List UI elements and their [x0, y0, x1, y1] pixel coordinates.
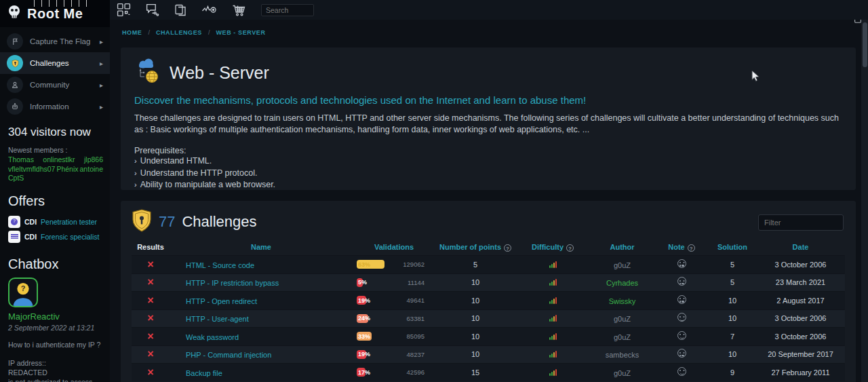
prerequisite-item: ›Understand the HTTP protocol.: [134, 168, 842, 180]
author-link[interactable]: Cyrhades: [606, 279, 638, 287]
validation-count: 11144: [408, 279, 425, 286]
col-note[interactable]: Note?: [654, 243, 709, 252]
offer-contract-type: CDI: [24, 218, 37, 226]
challenges-title: Challenges: [182, 213, 256, 231]
chat-username-link[interactable]: MajorReactiv: [0, 307, 110, 322]
col-validations[interactable]: Validations: [353, 243, 435, 251]
avatar[interactable]: ?: [8, 278, 38, 307]
sidebar-item-information[interactable]: Information ▸: [0, 96, 110, 117]
solution-count: 7: [709, 332, 756, 341]
points-value: 10: [435, 278, 515, 286]
sidebar-item-capture-the-flag[interactable]: Capture The Flag ▸: [0, 31, 110, 52]
solution-count: 5: [709, 278, 756, 286]
logo-strings-decoration: [27, 0, 90, 7]
forum-chat-icon[interactable]: [145, 3, 159, 17]
difficulty-icon: [549, 333, 557, 340]
author-link[interactable]: Swissky: [609, 297, 636, 305]
category-intro-panel: Web - Server Discover the mechanisms, pr…: [121, 47, 856, 190]
col-date[interactable]: Date: [756, 243, 845, 251]
challenge-link[interactable]: HTTP - User-agent: [186, 315, 249, 323]
challenge-link[interactable]: PHP - Command injection: [186, 351, 271, 359]
documents-icon[interactable]: [174, 3, 187, 17]
search-input[interactable]: [261, 4, 314, 16]
chat-message: IP address:: REDACTED is not authorized …: [0, 358, 110, 382]
col-solution[interactable]: Solution: [709, 243, 756, 251]
author-link[interactable]: g0uZ: [614, 315, 631, 323]
chevron-right-icon: ▸: [100, 103, 103, 111]
challenge-link[interactable]: HTTP - Open redirect: [186, 297, 257, 305]
scrollbar-thumb[interactable]: [863, 22, 867, 67]
breadcrumb-challenges[interactable]: CHALLENGES: [156, 29, 202, 36]
web-server-category-icon: [134, 58, 161, 87]
table-row: Weak password 33% 85095 10 g0uZ 7 3 Octo…: [132, 327, 845, 345]
offers-title: Offers: [0, 183, 110, 214]
col-results: Results: [132, 243, 170, 251]
not-validated-icon: [147, 312, 153, 324]
points-value: 10: [435, 314, 515, 322]
challenge-link[interactable]: Weak password: [186, 333, 239, 341]
challenge-categories-icon[interactable]: [117, 3, 131, 17]
sidebar-menu: Capture The Flag ▸ Challenges ▸ Communit…: [0, 27, 110, 117]
page-title: Web - Server: [170, 63, 269, 83]
note-smiley-icon: [677, 349, 686, 358]
author-link[interactable]: g0uZ: [614, 369, 631, 377]
activity-target-icon[interactable]: [201, 3, 218, 17]
member-link[interactable]: onlinestlkr: [43, 155, 75, 164]
member-link[interactable]: CptS: [8, 174, 24, 183]
validation-count: 48237: [407, 351, 425, 358]
author-link[interactable]: g0uZ: [614, 261, 631, 269]
col-difficulty[interactable]: Difficulty?: [515, 243, 590, 252]
offer-link[interactable]: Forensic specialist: [41, 233, 99, 241]
note-smiley-icon: [677, 313, 686, 322]
solution-count: 10: [709, 314, 756, 322]
col-name[interactable]: Name: [170, 243, 353, 251]
solution-count: 10: [709, 297, 756, 305]
validation-count: 49641: [407, 297, 425, 304]
sidebar-item-community[interactable]: Community ▸: [0, 74, 110, 96]
date-value: 2 August 2017: [756, 297, 845, 305]
offer-link[interactable]: Penetration tester: [41, 218, 97, 226]
member-link[interactable]: Thomas: [8, 155, 34, 164]
col-points[interactable]: Number of points?: [435, 243, 515, 252]
root-me-app: Root Me Capture The Flag ▸ Challenges ▸: [0, 0, 868, 382]
page-scrollbar[interactable]: [861, 20, 868, 382]
member-link[interactable]: vfleltvmfldhs07: [8, 165, 55, 174]
validation-badge: 33%: [357, 332, 372, 341]
flag-icon: [7, 33, 23, 50]
member-link[interactable]: Phénix: [56, 165, 78, 174]
points-value: 15: [435, 368, 515, 377]
challenge-link[interactable]: Backup file: [186, 369, 222, 377]
breadcrumb-separator: /: [148, 29, 150, 36]
offer-contract-type: CDI: [24, 233, 37, 241]
challenges-count: 77: [159, 213, 175, 231]
sidebar-item-challenges[interactable]: Challenges ▸: [0, 52, 110, 74]
col-author[interactable]: Author: [590, 243, 654, 251]
visitors-count: 304 visitors now: [0, 117, 110, 139]
shield-icon: [7, 55, 23, 71]
robot-icon: [7, 98, 23, 115]
validation-badge: 17%: [357, 368, 366, 377]
author-link[interactable]: sambecks: [606, 351, 639, 359]
help-icon[interactable]: ?: [688, 244, 695, 252]
logo[interactable]: Root Me: [0, 0, 110, 27]
breadcrumb-web-server[interactable]: WEB - SERVER: [216, 29, 265, 36]
member-link[interactable]: antoine: [80, 165, 103, 174]
shop-cart-icon[interactable]: [232, 3, 247, 17]
table-row: HTTP - Open redirect 19% 49641 10 Swissk…: [132, 291, 845, 309]
offer-item: CDI Forensic specialist: [0, 229, 110, 244]
help-icon[interactable]: ?: [504, 244, 511, 252]
challenge-link[interactable]: HTML - Source code: [186, 261, 254, 269]
member-link[interactable]: jlp866: [84, 155, 103, 164]
validation-badge: 24%: [357, 314, 368, 323]
breadcrumb-home[interactable]: HOME: [122, 29, 142, 36]
table-row: PHP - Command injection 19% 48237 10 sam…: [132, 345, 845, 364]
challenge-link[interactable]: HTTP - IP restriction bypass: [186, 279, 279, 287]
difficulty-icon: [549, 297, 557, 304]
skull-icon: [7, 4, 22, 23]
table-row: HTTP - User-agent 24% 63381 10 g0uZ 10 3…: [132, 309, 845, 328]
filter-input[interactable]: [758, 214, 844, 231]
note-smiley-icon: [677, 367, 686, 376]
offer-item: CDI Penetration tester: [0, 214, 110, 229]
help-icon[interactable]: ?: [566, 244, 574, 252]
author-link[interactable]: g0uZ: [614, 333, 631, 341]
